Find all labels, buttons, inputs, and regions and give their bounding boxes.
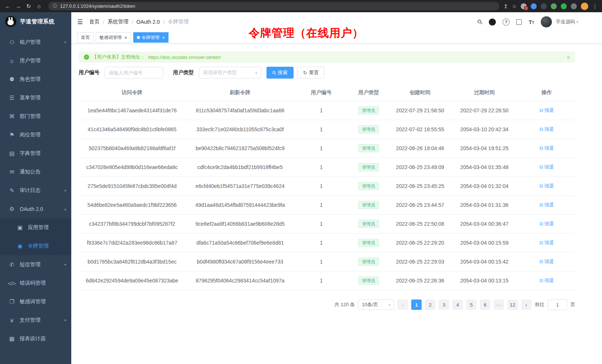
page-button[interactable]: 6 — [480, 300, 490, 310]
sidebar-item-menu[interactable]: ☰ 菜单管理 — [0, 89, 71, 107]
close-alert-icon[interactable]: × — [567, 54, 570, 60]
user-type-tag: 管理员 — [358, 201, 379, 209]
delete-icon: ⊟ — [540, 259, 543, 264]
collapse-menu-icon[interactable]: ☰ — [77, 18, 83, 26]
tab-label: 敏感词管理 — [99, 34, 122, 41]
breadcrumb-item[interactable]: 令牌管理 — [168, 19, 189, 25]
success-check-icon: ✓ — [84, 54, 89, 60]
address-bar[interactable]: ⓘ 127.0.0.1:1024/system/oauth2/token — [48, 2, 499, 10]
extension-grid-icon[interactable] — [521, 3, 527, 9]
force-logout-button[interactable]: ⊟ 强退 — [540, 221, 554, 227]
font-size-icon[interactable]: TT — [529, 19, 534, 25]
user-avatar[interactable] — [541, 16, 552, 27]
extension-green-icon[interactable] — [551, 3, 557, 9]
user-type-tag: 管理员 — [358, 106, 379, 115]
close-tab-icon[interactable]: × — [124, 35, 127, 40]
reset-button[interactable]: ↻ 重置 — [297, 67, 325, 79]
close-tab-icon[interactable]: × — [162, 35, 165, 40]
browser-profile-avatar[interactable] — [581, 3, 588, 10]
extension-blue-icon[interactable] — [531, 3, 537, 9]
extension-lime-icon[interactable] — [561, 3, 567, 9]
force-logout-button[interactable]: ⊟ 强退 — [540, 183, 554, 189]
page-suffix: 页 — [570, 301, 575, 308]
breadcrumb-item[interactable]: 系统管理 — [108, 19, 128, 25]
doc-link[interactable]: https://doc.iocoder.cn/user-center/ — [148, 54, 221, 60]
user-type-cell: 管理员 — [348, 234, 389, 252]
extension-puzzle-icon[interactable] — [571, 3, 577, 9]
sidebar-item-post[interactable]: ⚑ 岗位管理 — [0, 126, 71, 144]
action-cell: ⊟ 强退 — [518, 177, 575, 196]
user-type-select[interactable]: 请选择用户类型 ▾ — [199, 67, 261, 79]
force-logout-button[interactable]: ⊟ 强退 — [540, 239, 554, 246]
user-menu[interactable]: 芋道源码 ▾ — [556, 19, 578, 25]
refresh-icon: ↻ — [303, 70, 307, 76]
page-button[interactable]: 4 — [452, 300, 463, 310]
sidebar-item-dict[interactable]: ▤ 字典管理 — [0, 144, 71, 163]
sidebar-item-pay[interactable]: ¥ 支付管理 ▾ — [0, 311, 71, 330]
home-icon[interactable]: ⌂ — [34, 1, 44, 11]
reload-icon[interactable]: ↻ — [24, 1, 33, 11]
help-icon[interactable]: ? — [503, 19, 510, 26]
force-logout-button[interactable]: ⊟ 强退 — [540, 277, 554, 284]
sidebar-item-sms[interactable]: ✆ 短信管理 ▾ — [0, 255, 71, 274]
sidebar-item-sensitive[interactable]: ❐ 敏感词管理 — [0, 292, 71, 311]
sidebar-item-oauth[interactable]: ⚙ OAuth 2.0 ▴ — [0, 200, 71, 218]
page-button[interactable]: 5 — [466, 300, 477, 310]
sidebar-item-audit[interactable]: ✎ 审计日志 ▾ — [0, 181, 71, 200]
force-logout-button[interactable]: ⊟ 强退 — [540, 126, 554, 133]
back-icon[interactable]: ← — [3, 1, 13, 11]
sidebar-item-user[interactable]: ☺ 用户管理 — [0, 52, 71, 70]
column-header: 操作 — [518, 85, 575, 101]
page-button[interactable]: 3 — [439, 300, 449, 310]
sidebar-item-tenant[interactable]: ⚇ 租户管理 ▾ — [0, 33, 71, 52]
force-logout-button[interactable]: ⊟ 强退 — [540, 258, 554, 265]
goto-page-input[interactable] — [548, 299, 567, 310]
site-info-icon[interactable]: ⓘ — [53, 3, 57, 9]
user-id-cell: 1 — [295, 196, 348, 215]
browser-menu-icon[interactable]: ⋮ — [592, 3, 598, 9]
sidebar-item-report[interactable]: ▦ 报表设计器 — [0, 330, 71, 348]
chevron-icon: ▾ — [64, 318, 66, 322]
next-page-button[interactable]: › — [521, 300, 531, 310]
page-button[interactable]: 12 — [507, 300, 518, 310]
user-id-input[interactable] — [105, 67, 163, 79]
page-button[interactable]: 1 — [411, 300, 422, 310]
force-logout-button[interactable]: ⊟ 强退 — [540, 164, 554, 171]
select-placeholder: 请选择用户类型 — [203, 69, 237, 76]
force-logout-button[interactable]: ⊟ 强退 — [540, 202, 554, 208]
force-logout-button[interactable]: ⊟ 强退 — [540, 145, 554, 152]
forward-icon[interactable]: → — [13, 1, 23, 11]
access-token-cell: f9336e7c7dd242a283ee98dc86b17a87 — [79, 234, 186, 252]
prev-page-button[interactable]: ‹ — [397, 300, 408, 310]
search-icon[interactable]: ⚲ — [475, 17, 484, 26]
logo-avatar — [5, 16, 16, 27]
chevron-down-icon: ▾ — [389, 303, 390, 307]
user-type-tag: 管理员 — [358, 258, 379, 266]
tab[interactable]: 令牌管理 × — [133, 32, 169, 43]
force-logout-button[interactable]: ⊟ 强退 — [540, 107, 554, 114]
sidebar-item-role[interactable]: ⚉ 角色管理 — [0, 70, 71, 89]
breadcrumb-item[interactable]: 首页 — [89, 19, 99, 25]
github-icon[interactable] — [489, 19, 496, 26]
sidebar-item-dept[interactable]: ⌘ 部门管理 — [0, 107, 71, 126]
page-button[interactable]: ··· — [494, 300, 504, 310]
table-row: 502375b8040a469a9b82188afdf6af1f be90422… — [79, 139, 575, 158]
delete-icon: ⊟ — [540, 183, 543, 189]
user-type-cell: 管理员 — [348, 252, 389, 271]
search-button[interactable]: ⚲ 搜索 — [266, 67, 294, 79]
sidebar-item-token[interactable]: ◉ 令牌管理 — [0, 237, 71, 255]
extension-dark-icon[interactable] — [541, 3, 547, 9]
sidebar-item-notice[interactable]: ✉ 通知公告 — [0, 163, 71, 181]
share-icon[interactable]: ↥ — [504, 3, 508, 9]
page-button[interactable]: 2 — [425, 300, 435, 310]
tab[interactable]: 首页 — [77, 32, 94, 43]
breadcrumb-item[interactable]: OAuth 2.0 — [137, 19, 160, 25]
tab[interactable]: 敏感词管理 × — [96, 32, 131, 43]
sidebar-item-app[interactable]: ▣ 应用管理 — [0, 218, 71, 237]
fullscreen-icon[interactable] — [516, 19, 522, 25]
sidebar-item-errcode[interactable]: </> 错误码管理 — [0, 274, 71, 292]
page-size-select[interactable]: 10条/页 ▾ — [358, 300, 394, 310]
breadcrumb-separator: / — [132, 19, 133, 25]
access-token-cell: 6d842e2924594de9a09e45e087323abe — [79, 271, 186, 290]
bookmark-star-icon[interactable]: ☆ — [512, 3, 517, 9]
